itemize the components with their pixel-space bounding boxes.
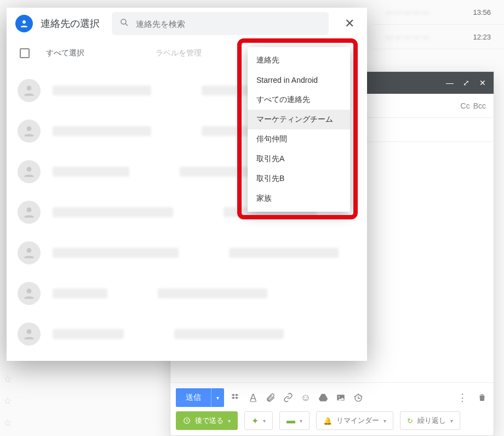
avatar <box>18 282 41 305</box>
puzzle-button[interactable]: ✦ ▾ <box>244 411 273 430</box>
send-button[interactable]: 送信 ▾ <box>176 388 224 407</box>
emoji-icon[interactable]: ☺ <box>300 392 312 404</box>
close-button[interactable]: ✕ <box>341 15 358 32</box>
contact-email <box>174 329 284 339</box>
repeat-button[interactable]: ↻ 繰り返し ▾ <box>400 411 460 430</box>
svg-point-6 <box>27 86 32 90</box>
chevron-down-icon: ▾ <box>228 418 231 424</box>
select-all-checkbox[interactable] <box>20 48 30 58</box>
compose-footer: 送信 ▾ A ☺ ⋮ 後で送る ▾ ✦ ▾ <box>170 382 494 435</box>
star-column: ☆ ☆ ☆ <box>3 373 12 429</box>
cc-button[interactable]: Cc <box>461 101 470 110</box>
chevron-down-icon: ▾ <box>300 418 302 424</box>
contact-name <box>53 167 129 177</box>
svg-point-7 <box>27 126 32 131</box>
link-icon[interactable] <box>282 392 294 404</box>
svg-point-11 <box>27 288 32 293</box>
contacts-icon <box>15 15 33 32</box>
modal-title: 連絡先の選択 <box>41 17 100 30</box>
label-option[interactable]: すべての連絡先 <box>248 90 350 110</box>
repeat-icon: ↻ <box>407 417 413 425</box>
reminder-button[interactable]: 🔔 リマインダー ▾ <box>316 411 393 430</box>
dropbox-icon[interactable] <box>230 392 242 404</box>
avatar <box>18 160 41 183</box>
avatar <box>18 201 41 224</box>
trash-icon[interactable] <box>476 392 488 404</box>
contact-name <box>53 248 179 258</box>
send-later-label: 後で送る <box>195 416 224 426</box>
photo-icon[interactable] <box>335 392 347 404</box>
chevron-down-icon: ▾ <box>450 418 453 424</box>
contact-email <box>229 248 339 258</box>
chevron-down-icon: ▾ <box>263 418 266 424</box>
expand-icon[interactable]: ⤢ <box>462 78 471 87</box>
send-dropdown[interactable]: ▾ <box>211 388 224 407</box>
send-label: 送信 <box>176 393 211 403</box>
search-input[interactable] <box>136 19 321 29</box>
svg-point-12 <box>27 329 32 334</box>
minimize-icon[interactable]: — <box>445 78 454 87</box>
font-icon[interactable]: A <box>247 392 259 404</box>
contact-row[interactable] <box>14 273 359 314</box>
contact-name <box>53 288 107 298</box>
bcc-button[interactable]: Bcc <box>473 101 486 110</box>
chevron-down-icon: ▾ <box>383 418 386 424</box>
avatar <box>18 120 41 143</box>
schedule-icon[interactable] <box>352 392 364 404</box>
star-icon[interactable]: ☆ <box>3 373 12 385</box>
manage-labels-link[interactable]: ラベルを管理 <box>156 48 202 58</box>
contact-name <box>53 126 151 136</box>
contact-name <box>53 329 124 339</box>
reminder-label: リマインダー <box>336 416 379 426</box>
label-dropdown: 連絡先Starred in Androidすべての連絡先マーケティングチーム俳句… <box>248 47 350 212</box>
send-later-button[interactable]: 後で送る ▾ <box>176 411 238 430</box>
search-icon <box>119 18 129 30</box>
select-all-label: すべて選択 <box>46 48 84 58</box>
attach-icon[interactable] <box>265 392 277 404</box>
svg-point-5 <box>121 19 126 24</box>
drive-icon[interactable] <box>317 392 329 404</box>
bell-icon: 🔔 <box>323 417 332 425</box>
avatar <box>18 322 41 346</box>
label-option[interactable]: Starred in Android <box>248 70 350 90</box>
avatar <box>18 241 41 264</box>
label-option[interactable]: 連絡先 <box>248 50 350 70</box>
puzzle-icon: ✦ <box>251 416 259 426</box>
note-icon: ▬ <box>287 416 295 426</box>
svg-point-1 <box>339 396 340 397</box>
label-option[interactable]: 家族 <box>248 189 350 208</box>
star-icon[interactable]: ☆ <box>3 417 12 429</box>
contact-name <box>53 207 173 217</box>
svg-point-8 <box>27 167 32 172</box>
label-option[interactable]: 取引先B <box>248 169 350 189</box>
svg-point-9 <box>27 207 32 212</box>
star-icon[interactable]: ☆ <box>3 395 12 407</box>
repeat-label: 繰り返し <box>417 416 446 426</box>
contact-row[interactable] <box>14 233 359 273</box>
inbox-list-fragment: — — — — —13:56 — — — — —12:23 <box>373 0 504 66</box>
contact-email <box>158 288 267 298</box>
more-icon[interactable]: ⋮ <box>456 392 468 404</box>
label-option[interactable]: 俳句仲間 <box>248 129 350 149</box>
label-option[interactable]: 取引先A <box>248 149 350 169</box>
svg-point-4 <box>22 20 26 24</box>
inbox-time: 12:23 <box>473 33 491 41</box>
close-icon[interactable]: ✕ <box>478 78 487 87</box>
modal-header: 連絡先の選択 ✕ <box>7 8 367 39</box>
clock-icon <box>183 417 191 424</box>
search-field[interactable] <box>112 12 329 35</box>
inbox-time: 13:56 <box>473 8 491 16</box>
note-button[interactable]: ▬ ▾ <box>279 411 310 430</box>
avatar <box>18 79 41 102</box>
contact-row[interactable] <box>14 314 359 354</box>
contact-name <box>53 86 151 95</box>
label-option[interactable]: マーケティングチーム <box>248 110 350 129</box>
svg-point-10 <box>27 248 32 253</box>
